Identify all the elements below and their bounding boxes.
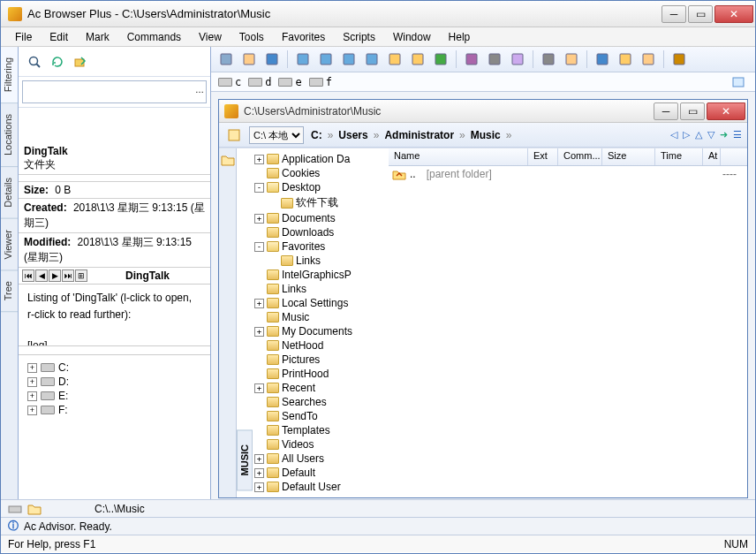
child-minimize-button[interactable]: ─ <box>654 102 678 120</box>
action-button[interactable] <box>616 49 635 69</box>
cmd-button[interactable] <box>593 49 612 69</box>
nav-last-button[interactable]: ⏭ <box>62 269 74 282</box>
line-button[interactable] <box>539 49 558 69</box>
sidetab-filtering[interactable]: Filtering <box>1 47 18 103</box>
folder-b-button[interactable] <box>639 49 658 69</box>
breadcrumb-seg[interactable]: C: <box>309 129 324 141</box>
menu-file[interactable]: File <box>8 29 39 45</box>
sidetab-tree[interactable]: Tree <box>1 270 18 312</box>
path-root-icon[interactable] <box>224 125 244 145</box>
parent-folder-row[interactable]: .. [parent folder] ---- <box>389 166 747 182</box>
panel-extra-icon[interactable] <box>729 72 748 92</box>
nav-go-icon[interactable]: ➜ <box>720 129 728 140</box>
column-ext[interactable]: Ext <box>528 148 558 165</box>
breadcrumb-seg[interactable]: Users <box>336 129 369 141</box>
nav-first-button[interactable]: ⏮ <box>22 269 34 282</box>
close-button[interactable]: ✕ <box>714 5 753 23</box>
column-name[interactable]: Name <box>389 148 528 165</box>
tree-node[interactable]: +All Users <box>254 452 389 466</box>
expand-icon[interactable]: + <box>254 454 264 464</box>
menu-favorites[interactable]: Favorites <box>275 29 332 45</box>
expand-icon[interactable]: + <box>254 383 264 393</box>
log-link[interactable]: [log] <box>27 339 48 347</box>
tree-node[interactable]: Searches <box>254 395 389 409</box>
menu-view[interactable]: View <box>192 29 229 45</box>
view6-button[interactable] <box>408 49 427 69</box>
child-maximize-button[interactable]: ▭ <box>680 102 705 120</box>
tree-node[interactable]: +Documents <box>254 211 389 225</box>
nav-copy-button[interactable]: ⊞ <box>75 269 87 282</box>
sidetab-details[interactable]: Details <box>1 167 18 219</box>
collapse-icon[interactable]: - <box>254 242 264 252</box>
list-body[interactable]: .. [parent folder] ---- <box>389 166 747 497</box>
breadcrumb-seg[interactable]: Music <box>469 129 503 141</box>
nav-up-icon[interactable]: △ <box>695 129 702 140</box>
menu-tools[interactable]: Tools <box>232 29 271 45</box>
drive-d[interactable]: d <box>248 76 271 88</box>
view1-button[interactable] <box>293 49 313 69</box>
menu-window[interactable]: Window <box>386 29 438 45</box>
drive-item[interactable]: + F: <box>27 403 201 417</box>
drive-c[interactable]: c <box>218 76 241 88</box>
menu-commands[interactable]: Commands <box>120 29 188 45</box>
view4-button[interactable] <box>362 49 382 69</box>
expand-icon[interactable]: + <box>254 299 264 308</box>
drive-select[interactable]: C:\ 本地 <box>249 126 304 144</box>
export-icon[interactable] <box>72 53 89 71</box>
tree-node[interactable]: Links <box>268 254 389 268</box>
maximize-button[interactable]: ▭ <box>688 5 713 23</box>
tree-tab-label[interactable]: MUSIC <box>237 429 253 490</box>
page-button[interactable] <box>239 49 259 69</box>
gear-button[interactable] <box>669 49 689 69</box>
drive-item[interactable]: + C: <box>27 360 201 375</box>
expand-icon[interactable]: + <box>254 468 264 478</box>
column-time[interactable]: Time <box>655 148 703 165</box>
tree-node[interactable]: PrintHood <box>254 367 389 381</box>
drive-f[interactable]: f <box>309 76 332 88</box>
tree-node[interactable]: +Recent <box>254 381 389 395</box>
expand-icon[interactable]: + <box>254 327 264 337</box>
expand-icon[interactable]: + <box>254 482 264 492</box>
menu-scripts[interactable]: Scripts <box>336 29 382 45</box>
nav-top-icon[interactable]: ▽ <box>707 129 714 140</box>
sort-button[interactable] <box>462 49 481 69</box>
tree-node[interactable]: +Application Da <box>254 152 389 166</box>
tree-node[interactable]: Downloads <box>254 225 389 239</box>
filter-more-button[interactable]: … <box>195 85 204 95</box>
collapse-icon[interactable]: - <box>254 183 264 193</box>
nav-prev-button[interactable]: ◀ <box>35 269 48 282</box>
refresh-icon[interactable] <box>49 53 66 71</box>
tree-node[interactable]: Videos <box>254 437 389 452</box>
tree-node[interactable]: Music <box>254 310 389 324</box>
folder-tree[interactable]: +Application DaCookies-Desktop软件下载+Docum… <box>253 148 389 497</box>
grid-button[interactable] <box>508 49 527 69</box>
tree-node[interactable]: -Favorites <box>254 239 389 254</box>
filter-input[interactable]: … <box>22 80 207 103</box>
tree-node[interactable]: +My Documents <box>254 324 389 338</box>
breadcrumb-seg[interactable]: Administrator <box>382 129 456 141</box>
nav-next-button[interactable]: ▶ <box>49 269 61 282</box>
menu-help[interactable]: Help <box>442 29 478 45</box>
column-comm[interactable]: Comm... <box>558 148 602 165</box>
tree-node[interactable]: Pictures <box>254 353 389 367</box>
pen-button[interactable] <box>431 49 450 69</box>
search-icon[interactable] <box>26 53 43 71</box>
nav-back-icon[interactable]: ◁ <box>670 129 677 140</box>
view3-button[interactable] <box>339 49 359 69</box>
tree-node[interactable]: SendTo <box>254 409 389 423</box>
child-close-button[interactable]: ✕ <box>707 102 745 120</box>
tree-node[interactable]: 软件下载 <box>268 194 389 211</box>
column-size[interactable]: Size <box>602 148 655 165</box>
view5-button[interactable] <box>385 49 404 69</box>
column-at[interactable]: At <box>703 148 721 165</box>
tree-node[interactable]: NetHood <box>254 338 389 353</box>
view2-button[interactable] <box>316 49 336 69</box>
info-button[interactable] <box>262 49 282 69</box>
tree-node[interactable]: Cookies <box>254 166 389 180</box>
nav-menu-icon[interactable]: ☰ <box>733 129 742 140</box>
drive-e[interactable]: e <box>278 76 301 88</box>
menu-edit[interactable]: Edit <box>42 29 75 45</box>
minimize-button[interactable]: ─ <box>662 5 686 23</box>
sidetab-locations[interactable]: Locations <box>1 103 18 167</box>
drive-item[interactable]: + D: <box>27 375 201 389</box>
